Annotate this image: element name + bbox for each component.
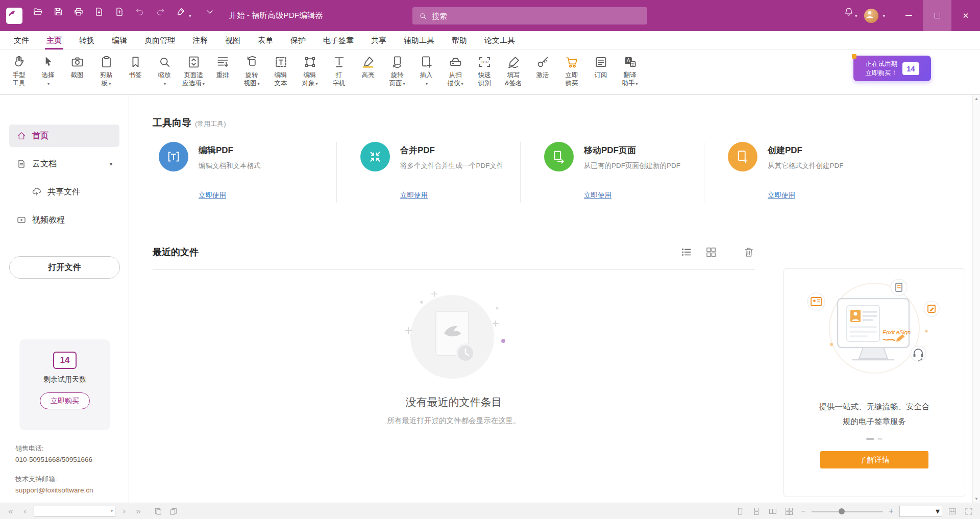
previous-page-button[interactable]: ‹ bbox=[19, 505, 31, 517]
print-button[interactable] bbox=[69, 7, 88, 25]
ribbon-tool-rotate-view[interactable]: 旋转 视图▾ bbox=[238, 54, 265, 89]
scroll-down-arrow[interactable]: ▼ bbox=[973, 497, 980, 501]
dot-active[interactable] bbox=[866, 438, 874, 440]
menu-item-14[interactable]: 论文工具 bbox=[476, 31, 524, 50]
tool-card[interactable]: 移动PDF页面从已有的PDF页面创建新的PDF立即使用 bbox=[520, 142, 704, 203]
chevron-down-icon[interactable]: ▾ bbox=[110, 161, 112, 167]
menu-item-12[interactable]: 辅助工具 bbox=[395, 31, 443, 50]
chevron-down-icon[interactable]: ▾ bbox=[189, 13, 191, 18]
menu-item-4[interactable]: 编辑 bbox=[103, 31, 136, 50]
content-scrollbar[interactable]: ▲ ▼ bbox=[972, 95, 980, 503]
zoom-slider-track[interactable] bbox=[812, 511, 883, 512]
ribbon-tool-cart[interactable]: 立即 购买 bbox=[558, 54, 585, 89]
ribbon-tool-scanner[interactable]: 从扫 描仪▾ bbox=[442, 54, 469, 89]
ribbon-tool-bookmark[interactable]: 书签 bbox=[121, 54, 149, 80]
ribbon-tool-translate[interactable]: A文翻译 助手▾ bbox=[616, 54, 644, 89]
scroll-up-arrow[interactable]: ▲ bbox=[973, 96, 980, 101]
menu-item-11[interactable]: 共享 bbox=[362, 31, 395, 50]
sidebar-item-video[interactable]: 视频教程 bbox=[9, 209, 119, 231]
menu-item-1[interactable]: 文件 bbox=[5, 31, 38, 50]
trial-purchase-badge[interactable]: 正在试用期 立即购买！ 14 bbox=[853, 56, 931, 81]
menu-item-9[interactable]: 保护 bbox=[282, 31, 314, 50]
ribbon-tool-typewriter[interactable]: 打 字机 bbox=[325, 54, 353, 89]
ribbon-tool-fit-page[interactable]: 页面适 应选项▾ bbox=[180, 54, 207, 89]
menu-item-8[interactable]: 表单 bbox=[249, 31, 282, 50]
save-button[interactable] bbox=[49, 7, 67, 25]
first-page-button[interactable]: « bbox=[5, 505, 16, 517]
open-file-button[interactable] bbox=[29, 7, 47, 25]
menu-item-6[interactable]: 注释 bbox=[184, 31, 216, 50]
open-file-button-large[interactable]: 打开文件 bbox=[9, 256, 120, 279]
zoom-slider[interactable] bbox=[812, 508, 883, 515]
close-button[interactable]: ✕ bbox=[951, 0, 980, 31]
fit-width-button[interactable] bbox=[946, 506, 959, 517]
esign-button[interactable] bbox=[172, 7, 190, 25]
tool-card[interactable]: 合并PDF将多个文件合并生成一个PDF文件立即使用 bbox=[336, 142, 520, 203]
ribbon-tool-ocr[interactable]: OCR快速 识别 bbox=[471, 54, 498, 89]
ribbon-tool-highlight[interactable]: 高亮 bbox=[354, 54, 382, 80]
menu-item-10[interactable]: 电子签章 bbox=[314, 31, 362, 50]
buy-now-button[interactable]: 立即购买 bbox=[40, 392, 90, 409]
search-input[interactable] bbox=[432, 12, 641, 20]
page-number-box[interactable]: ▾ bbox=[34, 506, 115, 517]
promo-pagination-dots[interactable] bbox=[784, 438, 965, 440]
ribbon-tool-hand[interactable]: 手型 工具 bbox=[5, 54, 33, 89]
menu-item-2[interactable]: 主页 bbox=[38, 31, 70, 50]
undo-button[interactable] bbox=[131, 7, 149, 25]
facing-continuous-view-button[interactable] bbox=[783, 506, 795, 517]
zoom-out-button[interactable]: − bbox=[799, 507, 807, 516]
sidebar-item-home[interactable]: 首页 bbox=[9, 125, 119, 147]
create-pdf-button[interactable] bbox=[110, 7, 129, 25]
redo-button[interactable] bbox=[151, 7, 169, 25]
export-pdf-button[interactable] bbox=[90, 7, 108, 25]
ribbon-tool-camera[interactable]: 截图 bbox=[63, 54, 91, 80]
menu-item-13[interactable]: 帮助 bbox=[443, 31, 476, 50]
chevron-down-icon[interactable]: ▾ bbox=[111, 509, 113, 513]
ribbon-tool-rotate-page[interactable]: 旋转 页面▾ bbox=[383, 54, 411, 89]
dot-inactive[interactable] bbox=[877, 438, 883, 440]
tool-card[interactable]: 创建PDF从其它格式文件创建PDF立即使用 bbox=[704, 142, 888, 203]
next-view-button[interactable] bbox=[167, 506, 180, 517]
user-avatar[interactable] bbox=[864, 9, 878, 23]
sidebar-item-share-cloud[interactable]: 共享文件 bbox=[9, 181, 119, 203]
chevron-down-icon[interactable]: ▾ bbox=[936, 506, 940, 516]
support-email-link[interactable]: support@foxitsoftware.cn bbox=[15, 486, 93, 494]
ribbon-tool-reflow[interactable]: 重排 bbox=[209, 54, 236, 80]
minimize-button[interactable] bbox=[894, 0, 923, 31]
learn-more-button[interactable]: 了解详情 bbox=[820, 451, 928, 468]
ribbon-tool-edit-object[interactable]: 编辑 对象▾ bbox=[296, 54, 324, 89]
use-now-link[interactable]: 立即使用 bbox=[199, 191, 226, 200]
ribbon-tool-subscribe[interactable]: 订阅 bbox=[587, 54, 615, 80]
tool-card[interactable]: 编辑PDF编辑文档和文本格式立即使用 bbox=[153, 142, 336, 203]
continuous-view-button[interactable] bbox=[750, 506, 763, 517]
chevron-down-icon[interactable]: ▾ bbox=[855, 13, 857, 18]
use-now-link[interactable]: 立即使用 bbox=[768, 191, 795, 200]
facing-view-button[interactable] bbox=[767, 506, 779, 517]
ribbon-tool-edit-text[interactable]: 编辑 文本 bbox=[267, 54, 295, 89]
grid-view-button[interactable] bbox=[705, 246, 717, 258]
ribbon-tool-fill-sign[interactable]: 填写 &签名 bbox=[500, 54, 527, 89]
ribbon-tool-insert-page[interactable]: 插入 ▾ bbox=[412, 54, 440, 89]
ribbon-tool-zoom[interactable]: 缩放 ▾ bbox=[151, 54, 178, 89]
sidebar-item-cloud-doc[interactable]: 云文档▾ bbox=[9, 153, 119, 175]
previous-view-button[interactable] bbox=[152, 506, 164, 517]
menu-item-5[interactable]: 页面管理 bbox=[136, 31, 184, 50]
use-now-link[interactable]: 立即使用 bbox=[400, 191, 428, 200]
use-now-link[interactable]: 立即使用 bbox=[584, 191, 611, 200]
single-page-view-button[interactable] bbox=[734, 506, 746, 517]
menu-item-7[interactable]: 视图 bbox=[216, 31, 249, 50]
maximize-button[interactable] bbox=[923, 0, 951, 31]
zoom-in-button[interactable]: + bbox=[887, 507, 895, 516]
last-page-button[interactable]: » bbox=[133, 505, 144, 517]
zoom-level-box[interactable]: ▾ bbox=[899, 506, 942, 517]
menu-item-3[interactable]: 转换 bbox=[70, 31, 103, 50]
customize-toolbar-button[interactable] bbox=[201, 7, 219, 25]
ribbon-tool-select[interactable]: 选择 ▾ bbox=[34, 54, 62, 89]
search-box[interactable] bbox=[412, 7, 647, 24]
ribbon-tool-clipboard[interactable]: 剪贴 板▾ bbox=[92, 54, 120, 89]
fullscreen-button[interactable] bbox=[963, 506, 975, 517]
zoom-slider-thumb[interactable] bbox=[839, 508, 845, 514]
zoom-level-input[interactable] bbox=[902, 508, 936, 515]
page-number-input[interactable] bbox=[36, 508, 111, 515]
next-page-button[interactable]: › bbox=[118, 505, 130, 517]
